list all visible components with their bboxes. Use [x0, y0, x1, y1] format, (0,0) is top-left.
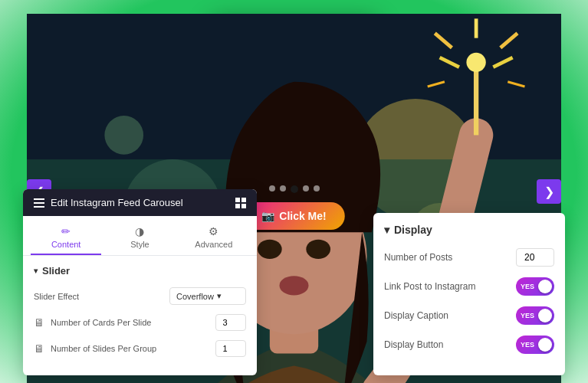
slider-effect-label: Slider Effect: [34, 292, 163, 301]
slides-per-group-label: Number of Slides Per Group: [51, 344, 209, 353]
display-button-toggle[interactable]: YES: [516, 336, 554, 354]
display-caption-toggle[interactable]: YES: [516, 306, 554, 325]
carousel-container: [27, 14, 561, 198]
slider-effect-select[interactable]: Coverflow ▾: [169, 287, 246, 305]
toggle-knob-1: [538, 280, 552, 293]
tab-content[interactable]: ✏ Content: [31, 221, 101, 255]
dot-1[interactable]: [269, 185, 275, 192]
scene: ❮ ❯: [0, 0, 588, 383]
dot-4[interactable]: [303, 185, 309, 192]
dot-2[interactable]: [280, 185, 286, 192]
toggle-knob-3: [538, 338, 552, 352]
panel-tabs: ✏ Content ◑ Style ⚙ Advanced: [23, 216, 257, 256]
tab-style[interactable]: ◑ Style: [104, 221, 175, 255]
carousel-image-center: [210, 14, 379, 198]
link-post-label: Link Post to Instagram: [384, 281, 475, 292]
monitor-icon-slides: 🖥: [34, 342, 44, 355]
display-caption-yes-label: YES: [521, 312, 534, 319]
dot-3[interactable]: [291, 185, 298, 193]
carousel-next-button[interactable]: ❯: [537, 179, 561, 204]
chevron-down-icon: ▾: [217, 291, 222, 301]
cards-per-slide-input[interactable]: [215, 314, 246, 331]
display-button-yes-label: YES: [521, 341, 534, 349]
link-post-toggle[interactable]: YES: [516, 277, 554, 296]
slider-effect-control: Coverflow ▾: [169, 287, 246, 305]
carousel-dots: [269, 185, 320, 193]
display-title: Display: [394, 224, 432, 236]
display-button-label: Display Button: [384, 339, 443, 350]
slider-title: Slider: [42, 265, 70, 277]
slider-effect-value: Coverflow: [176, 292, 214, 301]
click-me-button[interactable]: 📷 Click Me!: [243, 202, 344, 230]
dot-5[interactable]: [314, 185, 320, 192]
pencil-icon: ✏: [61, 225, 71, 237]
panel-header-left: Edit Instagram Feed Carousel: [34, 197, 183, 208]
slider-effect-row: Slider Effect Coverflow ▾: [34, 287, 246, 305]
slides-per-group-row: 🖥 Number of Slides Per Group: [34, 340, 246, 357]
tab-advanced[interactable]: ⚙ Advanced: [179, 221, 249, 255]
grid-icon: [235, 198, 246, 208]
panel-title: Edit Instagram Feed Carousel: [51, 197, 183, 208]
left-panel: Edit Instagram Feed Carousel ✏ Content ◑…: [23, 189, 257, 375]
cards-per-slide-row: 🖥 Number of Cards Per Slide: [34, 314, 246, 331]
triangle-icon: ▾: [34, 267, 38, 275]
click-me-label: Click Me!: [279, 210, 326, 222]
right-panel: ▾ Display Number of Posts Link Post to I…: [373, 213, 565, 375]
link-post-row: Link Post to Instagram YES: [384, 277, 554, 296]
cards-per-slide-label: Number of Cards Per Slide: [51, 318, 209, 327]
panel-header: Edit Instagram Feed Carousel: [23, 189, 257, 216]
number-of-posts-input[interactable]: [516, 248, 554, 267]
carousel-images: [27, 14, 561, 198]
display-caption-label: Display Caption: [384, 310, 448, 321]
display-section-title: ▾ Display: [384, 224, 554, 236]
monitor-icon-cards: 🖥: [34, 316, 44, 329]
number-of-posts-row: Number of Posts: [384, 248, 554, 267]
tab-style-label: Style: [130, 240, 149, 249]
arrow-right-icon: ❯: [544, 185, 554, 199]
toggle-knob-2: [538, 309, 552, 322]
display-triangle-icon: ▾: [384, 224, 389, 236]
tab-content-label: Content: [51, 240, 81, 249]
link-post-yes-label: YES: [521, 283, 534, 290]
circle-half-icon: ◑: [135, 225, 144, 237]
panel-body: ▾ Slider Slider Effect Coverflow ▾ 🖥 Num…: [23, 256, 257, 375]
slides-per-group-input[interactable]: [215, 340, 246, 357]
display-button-row: Display Button YES: [384, 336, 554, 354]
display-caption-row: Display Caption YES: [384, 306, 554, 325]
gear-icon: ⚙: [209, 225, 218, 237]
instagram-icon: 📷: [261, 210, 274, 222]
slider-section-title: ▾ Slider: [34, 265, 246, 277]
tab-advanced-label: Advanced: [195, 240, 232, 249]
number-of-posts-label: Number of Posts: [384, 252, 452, 263]
hamburger-icon: [34, 198, 44, 208]
